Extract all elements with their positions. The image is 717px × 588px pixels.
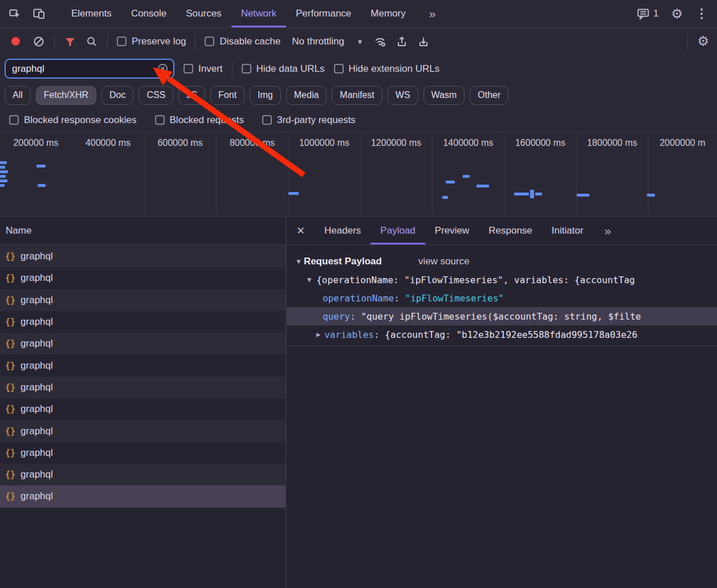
chip-wasm[interactable]: Wasm [423,86,465,105]
request-timing-bar[interactable] [530,190,534,198]
record-network-log-button[interactable] [11,37,20,46]
disable-cache-toggle[interactable]: Disable cache [205,36,280,47]
disclosure-down-icon[interactable]: ▼ [307,276,311,284]
clear-network-log-icon[interactable] [32,35,45,48]
tab-performance[interactable]: Performance [286,0,361,27]
request-row[interactable]: {}graphql [0,464,286,485]
chip-fetch-xhr[interactable]: Fetch/XHR [36,86,96,105]
option-blocked-requests-toggle[interactable]: Blocked requests [155,115,244,126]
request-timing-bar[interactable] [476,185,489,187]
tab-network[interactable]: Network [231,0,286,27]
preserve-log-toggle[interactable]: Preserve log [117,36,186,47]
network-settings-gear-icon[interactable]: ⚙ [697,34,709,49]
request-timing-bar[interactable] [0,161,7,164]
payload-entry-query[interactable]: query: "query ipFlowTimeseries($accountT… [287,307,717,325]
chip-manifest[interactable]: Manifest [332,86,382,105]
disclosure-right-icon[interactable]: ▶ [316,330,320,338]
request-timing-bar[interactable] [0,184,5,187]
invert-toggle[interactable]: Invert [184,63,223,75]
hide-data-urls-checkbox[interactable] [242,64,251,74]
detail-tab-headers[interactable]: Headers [315,217,370,244]
close-detail-icon[interactable]: ✕ [287,217,315,244]
more-detail-tabs-icon[interactable]: » [601,224,615,238]
chip-font[interactable]: Font [210,86,245,105]
payload-object-preview[interactable]: ▼ {operationName: "ipFlowTimeseries", va… [287,271,717,289]
tab-memory[interactable]: Memory [361,0,415,27]
hide-extension-urls-toggle[interactable]: Hide extension URLs [334,63,440,75]
payload-entry-operationname[interactable]: operationName: "ipFlowTimeseries" [287,289,717,307]
invert-checkbox[interactable] [184,64,193,74]
throttling-select[interactable]: No throttling ▾ [290,36,364,47]
request-timing-bar[interactable] [0,166,5,169]
chip-img[interactable]: Img [250,86,281,105]
hide-data-urls-toggle[interactable]: Hide data URLs [242,63,325,75]
request-timing-bar[interactable] [0,179,7,182]
tab-sources[interactable]: Sources [176,0,231,27]
device-toolbar-icon[interactable] [32,7,46,21]
request-timing-bar[interactable] [0,170,8,173]
requests-name-column-header[interactable]: Name [0,217,286,245]
option-3rd-party-requests-toggle[interactable]: 3rd-party requests [262,115,356,126]
console-messages-icon[interactable]: 1 [637,7,658,21]
request-timing-bar[interactable] [535,193,542,195]
request-row[interactable]: {}graphql [0,311,286,333]
request-timing-bar[interactable] [0,175,6,178]
request-row[interactable]: {}graphql [0,333,286,354]
detail-tab-preview[interactable]: Preview [425,217,479,244]
hide-extension-urls-checkbox[interactable] [334,64,344,74]
request-timing-bar[interactable] [463,175,470,178]
request-row[interactable]: {}graphql [0,354,286,376]
request-row[interactable]: {}graphql [0,442,286,464]
tab-console[interactable]: Console [121,0,176,27]
chip-doc[interactable]: Doc [101,86,133,105]
clear-filter-icon[interactable] [157,63,168,74]
tab-elements[interactable]: Elements [62,0,121,27]
inspect-element-icon[interactable] [8,7,22,21]
filter-funnel-icon[interactable] [64,35,76,48]
filter-input[interactable]: graphql [5,59,174,79]
timeline-tick-label: 200000 ms [13,138,58,148]
chip-all[interactable]: All [5,86,31,105]
request-timing-bar[interactable] [647,194,655,197]
request-timing-bar[interactable] [442,196,448,199]
request-timing-bar[interactable] [288,192,299,195]
export-har-icon[interactable] [417,35,430,48]
chip-ws[interactable]: WS [388,86,418,105]
payload-entry-variables[interactable]: ▶variables: {accountTag: "b12e3b2192ee55… [287,325,717,344]
network-conditions-icon[interactable] [373,35,386,48]
import-har-icon[interactable] [396,35,408,48]
preserve-log-checkbox[interactable] [117,36,127,46]
search-icon[interactable] [85,35,98,48]
chip-css[interactable]: CSS [138,86,173,105]
settings-gear-icon[interactable]: ⚙ [671,6,683,22]
option-blocked-response-cookies-checkbox[interactable] [9,115,19,125]
request-row[interactable]: {}graphql [0,485,286,507]
kebab-menu-icon[interactable]: ⋮ [695,6,708,21]
option-blocked-response-cookies-toggle[interactable]: Blocked response cookies [9,115,137,126]
view-source-link[interactable]: view source [418,256,470,267]
chip-js[interactable]: JS [178,86,205,105]
timeline-overview[interactable]: 200000 ms400000 ms600000 ms800000 ms1000… [0,133,717,217]
more-panels-icon[interactable]: » [426,7,439,21]
disable-cache-checkbox[interactable] [205,36,214,46]
request-timing-bar[interactable] [36,165,46,168]
request-row[interactable]: {}graphql [0,289,286,311]
request-timing-bar[interactable] [38,184,46,187]
option-3rd-party-requests-checkbox[interactable] [262,115,272,125]
request-timing-bar[interactable] [577,194,589,197]
option-blocked-requests-checkbox[interactable] [155,115,165,125]
request-timing-bar[interactable] [514,193,529,195]
disclosure-down-icon[interactable]: ▼ [295,258,302,266]
detail-tab-response[interactable]: Response [479,217,542,244]
request-timing-bar[interactable] [446,181,455,183]
detail-tab-initiator[interactable]: Initiator [542,217,593,244]
request-row[interactable]: {}graphql [0,377,286,398]
request-payload-section-header[interactable]: ▼ Request Payload view source [287,252,717,271]
chip-other[interactable]: Other [470,86,508,105]
request-row[interactable]: {}graphql [0,420,286,442]
detail-tab-payload[interactable]: Payload [370,217,425,244]
request-row[interactable]: {}graphql [0,267,286,289]
request-row[interactable]: {}graphql [0,246,286,267]
request-row[interactable]: {}graphql [0,398,286,420]
chip-media[interactable]: Media [286,86,327,105]
